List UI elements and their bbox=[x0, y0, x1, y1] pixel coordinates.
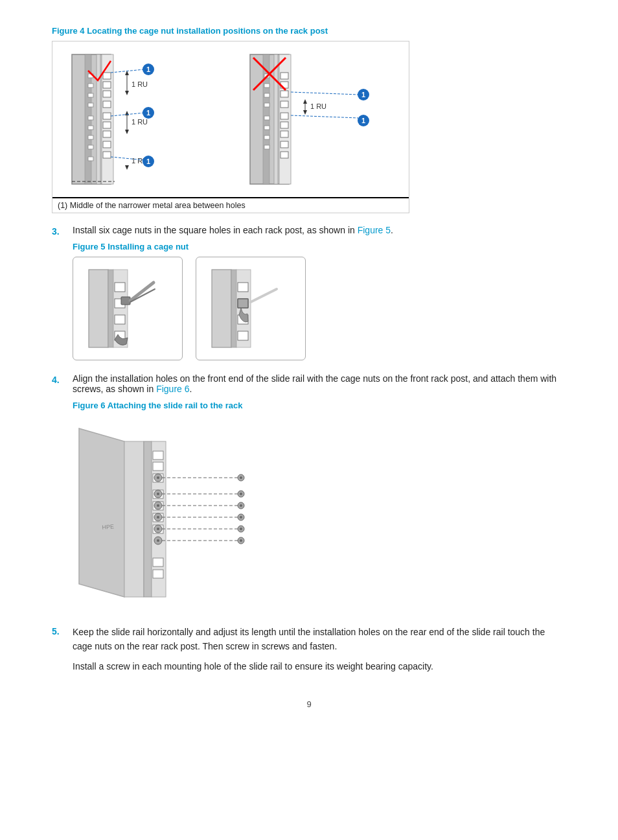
svg-text:1: 1 bbox=[146, 109, 150, 117]
figure5-title: Figure 5 Installing a cage nut bbox=[73, 242, 566, 251]
figure6-image-wrap: HPE bbox=[73, 415, 566, 612]
svg-marker-31 bbox=[125, 130, 129, 134]
step4-link[interactable]: Figure 6 bbox=[156, 384, 189, 394]
figure6-title: Figure 6 Attaching the slide rail to the… bbox=[73, 401, 566, 410]
svg-point-118 bbox=[157, 539, 159, 542]
figure4-left-diagram: 1 RU 1 1 RU 1 1 RU 1 bbox=[52, 41, 227, 197]
svg-point-132 bbox=[240, 528, 242, 530]
svg-rect-47 bbox=[264, 103, 269, 107]
svg-rect-46 bbox=[264, 93, 269, 97]
svg-rect-92 bbox=[238, 299, 248, 308]
figure4-caption: (1) Middle of the narrower metal area be… bbox=[52, 197, 409, 213]
step5-text1: Keep the slide rail horizontally and adj… bbox=[73, 625, 566, 654]
svg-marker-65 bbox=[303, 110, 307, 115]
svg-rect-105 bbox=[153, 558, 163, 566]
svg-text:1: 1 bbox=[146, 65, 150, 73]
svg-text:1: 1 bbox=[146, 158, 150, 165]
step4-content: Align the installation holes on the fron… bbox=[73, 373, 566, 617]
svg-rect-62 bbox=[280, 152, 288, 158]
step4-text-after: . bbox=[190, 384, 192, 394]
svg-rect-52 bbox=[274, 54, 278, 184]
svg-rect-16 bbox=[103, 101, 111, 108]
svg-rect-106 bbox=[153, 570, 163, 578]
step4-text: Align the installation holes on the fron… bbox=[73, 373, 556, 394]
svg-rect-88 bbox=[238, 283, 248, 292]
svg-point-120 bbox=[240, 476, 242, 479]
step5-content: Keep the slide rail horizontally and adj… bbox=[73, 625, 566, 673]
step3-text: Install six cage nuts in the square hole… bbox=[73, 225, 358, 235]
svg-line-93 bbox=[251, 289, 277, 302]
svg-rect-21 bbox=[103, 152, 111, 158]
svg-line-28 bbox=[111, 69, 144, 73]
svg-rect-5 bbox=[88, 103, 93, 107]
svg-rect-9 bbox=[88, 145, 93, 149]
svg-rect-17 bbox=[103, 113, 111, 119]
svg-rect-85 bbox=[212, 270, 231, 347]
svg-marker-40 bbox=[125, 165, 129, 170]
step5-text2: Install a screw in each mounting hole of… bbox=[73, 659, 566, 673]
figure6-diagram: HPE bbox=[73, 415, 280, 610]
figure4-container: 1 RU 1 1 RU 1 1 RU 1 bbox=[52, 41, 409, 213]
svg-point-126 bbox=[240, 504, 242, 507]
figure4-images: 1 RU 1 1 RU 1 1 RU 1 bbox=[52, 41, 409, 197]
figure5-left-box bbox=[73, 257, 183, 360]
svg-rect-58 bbox=[280, 113, 288, 119]
svg-rect-50 bbox=[264, 135, 269, 139]
svg-point-110 bbox=[157, 493, 159, 495]
svg-point-108 bbox=[157, 476, 159, 479]
step3-number: 3. bbox=[52, 225, 73, 237]
svg-rect-4 bbox=[88, 93, 93, 97]
svg-rect-48 bbox=[264, 116, 269, 120]
figure5-images bbox=[73, 257, 566, 360]
svg-rect-59 bbox=[280, 122, 288, 128]
step3-content: Install six cage nuts in the square hole… bbox=[73, 225, 566, 366]
svg-point-135 bbox=[240, 539, 242, 542]
step3-link[interactable]: Figure 5 bbox=[358, 225, 391, 235]
svg-point-129 bbox=[240, 516, 242, 519]
svg-marker-94 bbox=[79, 428, 124, 597]
figure5-right-box bbox=[196, 257, 306, 360]
svg-text:1: 1 bbox=[361, 91, 365, 99]
svg-rect-10 bbox=[88, 157, 93, 161]
svg-rect-49 bbox=[264, 126, 269, 130]
svg-rect-51 bbox=[264, 145, 269, 149]
step4-row: 4. Align the installation holes on the f… bbox=[52, 373, 566, 617]
svg-text:1: 1 bbox=[361, 117, 365, 124]
svg-rect-19 bbox=[103, 131, 111, 137]
svg-line-72 bbox=[291, 115, 358, 118]
page-number: 9 bbox=[52, 699, 566, 709]
svg-rect-99 bbox=[153, 462, 163, 471]
svg-marker-24 bbox=[125, 91, 129, 95]
svg-text:1 RU: 1 RU bbox=[132, 118, 148, 126]
svg-rect-86 bbox=[231, 270, 236, 347]
figure4-right-diagram: 1 RU 1 1 bbox=[227, 41, 409, 197]
svg-rect-56 bbox=[280, 91, 288, 97]
svg-rect-11 bbox=[97, 54, 100, 184]
svg-rect-78 bbox=[115, 283, 125, 292]
svg-text:1 RU: 1 RU bbox=[310, 102, 326, 110]
svg-rect-61 bbox=[280, 141, 288, 148]
svg-rect-91 bbox=[238, 331, 248, 340]
svg-rect-54 bbox=[280, 73, 288, 79]
svg-rect-8 bbox=[88, 135, 93, 139]
figure4-title: Figure 4 Locating the cage nut installat… bbox=[52, 26, 566, 36]
figure4-section: Figure 4 Locating the cage nut installat… bbox=[52, 26, 566, 213]
step3-row: 3. Install six cage nuts in the square h… bbox=[52, 225, 566, 366]
figure5-left-diagram bbox=[82, 263, 173, 354]
svg-rect-98 bbox=[153, 451, 163, 460]
svg-marker-95 bbox=[124, 441, 144, 597]
svg-point-112 bbox=[157, 504, 159, 507]
svg-rect-80 bbox=[115, 315, 125, 324]
svg-rect-75 bbox=[89, 270, 108, 347]
svg-rect-14 bbox=[103, 82, 111, 88]
svg-point-123 bbox=[240, 493, 242, 495]
svg-text:1 RU: 1 RU bbox=[132, 80, 148, 88]
svg-rect-18 bbox=[103, 122, 111, 128]
svg-rect-6 bbox=[88, 116, 93, 120]
step5-number: 5. bbox=[52, 625, 73, 636]
svg-rect-45 bbox=[264, 84, 269, 88]
svg-marker-64 bbox=[303, 99, 307, 104]
svg-line-69 bbox=[291, 92, 358, 95]
figure5-right-diagram bbox=[205, 263, 296, 354]
svg-rect-96 bbox=[144, 441, 152, 597]
